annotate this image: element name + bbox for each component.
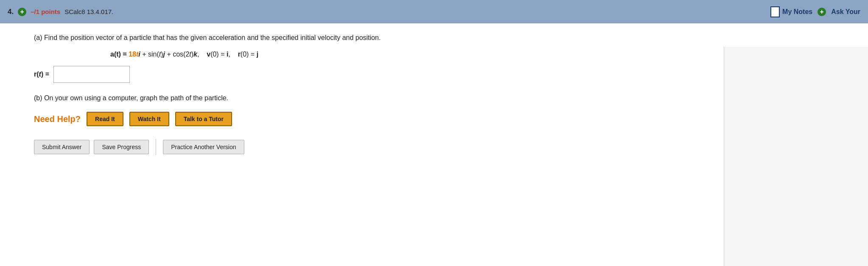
points-text: –/1 points xyxy=(31,8,60,15)
equation-18t: 18t xyxy=(129,51,138,58)
part-a-text: (a) Find the position vector of a partic… xyxy=(34,33,851,43)
read-it-button[interactable]: Read It xyxy=(87,112,123,126)
equation-v0: , v(0) = i, r(0) = j xyxy=(197,51,258,58)
answer-input[interactable] xyxy=(53,66,130,83)
equation-a-prefix: a(t) = xyxy=(110,51,129,58)
need-help-label: Need Help? xyxy=(34,114,81,124)
watch-it-button[interactable]: Watch It xyxy=(129,112,169,126)
equation-sin: + sin(t) xyxy=(140,51,163,58)
ask-your-plus-icon[interactable]: + xyxy=(818,8,826,16)
question-number: 4. xyxy=(8,8,14,16)
content-area: (a) Find the position vector of a partic… xyxy=(0,23,868,164)
submit-answer-button[interactable]: Submit Answer xyxy=(34,140,90,154)
header-left: 4. + –/1 points SCalc8 13.4.017. xyxy=(8,8,113,16)
header-bar: 4. + –/1 points SCalc8 13.4.017. My Note… xyxy=(0,0,868,23)
right-panel xyxy=(724,47,868,266)
problem-id: SCalc8 13.4.017. xyxy=(64,8,113,15)
ask-your-label: Ask Your xyxy=(831,8,860,16)
note-icon xyxy=(770,6,780,17)
rt-label: r(t) = xyxy=(34,71,49,78)
save-progress-button[interactable]: Save Progress xyxy=(94,140,149,154)
practice-another-version-button[interactable]: Practice Another Version xyxy=(163,140,244,154)
part-b-description: (b) On your own using a computer, graph … xyxy=(34,94,228,102)
talk-to-tutor-button[interactable]: Talk to a Tutor xyxy=(175,112,232,126)
header-right: My Notes + Ask Your xyxy=(770,6,860,17)
divider xyxy=(156,139,156,155)
part-a-description: (a) Find the position vector of a partic… xyxy=(34,34,381,41)
add-icon[interactable]: + xyxy=(18,8,26,16)
equation-cos: + cos(2t) xyxy=(165,51,193,58)
my-notes-label: My Notes xyxy=(782,8,812,16)
my-notes-button[interactable]: My Notes xyxy=(770,6,812,17)
